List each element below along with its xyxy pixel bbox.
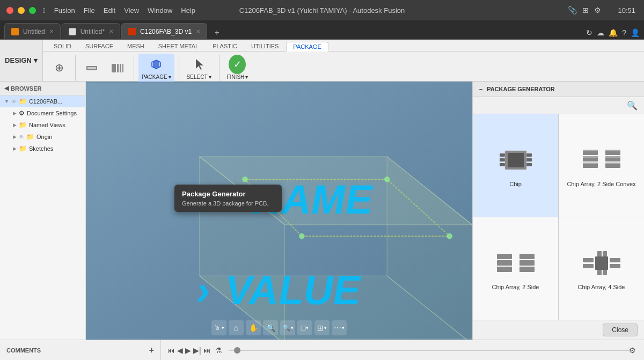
new-tab-button[interactable]: + bbox=[210, 26, 223, 39]
canvas-tool-home[interactable]: ⌂ bbox=[229, 320, 244, 335]
eye-icon-c1206[interactable]: 👁 bbox=[11, 99, 17, 105]
canvas-tool-orbit[interactable]: 🖱 ▾ bbox=[211, 320, 226, 335]
tab-close-1[interactable]: ✕ bbox=[49, 28, 54, 34]
browser-title: BROWSER bbox=[11, 85, 41, 92]
bell-icon[interactable]: 🔔 bbox=[609, 28, 618, 37]
search-icon[interactable]: 🔍 bbox=[627, 100, 638, 111]
tab-plastic[interactable]: PLASTIC bbox=[206, 42, 244, 51]
tab-c1206[interactable]: C1206FAB_3D v1 ✕ bbox=[121, 23, 207, 39]
minimize-button[interactable] bbox=[18, 7, 25, 14]
panel-collapse-icon[interactable]: – bbox=[479, 86, 482, 92]
siri-icon[interactable]: 📎 bbox=[568, 6, 577, 14]
tab-label-2: Untitled* bbox=[80, 28, 105, 35]
svg-rect-29 bbox=[526, 158, 532, 161]
expand-arrow-doc: ▶ bbox=[13, 111, 17, 116]
tab-surface[interactable]: SURFACE bbox=[79, 42, 120, 51]
add-comment-button[interactable]: + bbox=[149, 346, 154, 355]
tab-untitled1[interactable]: Untitled ✕ bbox=[4, 23, 61, 39]
canvas[interactable]: NAME › VALUE › Package Generator Generat… bbox=[86, 82, 472, 340]
timeline-settings-icon[interactable]: ⚙ bbox=[627, 345, 638, 356]
tab-close-3[interactable]: ✕ bbox=[196, 28, 200, 34]
maximize-button[interactable] bbox=[29, 7, 36, 14]
toolbar-tabs: SOLID SURFACE MESH SHEET METAL PLASTIC U… bbox=[43, 40, 644, 81]
sidebar-item-c1206[interactable]: ▼ 👁 📁 C1206FAB... bbox=[0, 95, 85, 107]
svg-rect-28 bbox=[526, 153, 532, 157]
sidebar-item-sketches[interactable]: ▶ 📁 Sketches bbox=[0, 143, 85, 155]
tab-untitled2[interactable]: Untitled* ✕ bbox=[62, 23, 120, 39]
panel-header: – PACKAGE GENERATOR bbox=[473, 82, 644, 97]
close-button[interactable] bbox=[6, 7, 13, 14]
tab-close-2[interactable]: ✕ bbox=[109, 28, 113, 34]
menu-fusion[interactable]: Fusion bbox=[54, 6, 75, 14]
tl-rewind-button[interactable]: ⏮ bbox=[167, 346, 175, 355]
settings-icon[interactable]: ⚙ bbox=[594, 6, 601, 14]
tab-icon-orange bbox=[11, 28, 19, 35]
package-item-chip-array-2-convex[interactable]: Chip Array, 2 Side Convex bbox=[559, 114, 644, 217]
main-area: ◀ BROWSER ▼ 👁 📁 C1206FAB... ▶ ⚙ Document… bbox=[0, 82, 644, 340]
folder-icon-sketches: 📁 bbox=[19, 145, 27, 152]
separator-2 bbox=[134, 55, 134, 82]
layout-icon[interactable]: ⊞ bbox=[582, 6, 589, 14]
move-icon: ⊕ bbox=[50, 60, 68, 77]
title-bar:  Fusion File Edit View Window Help C120… bbox=[0, 0, 644, 20]
tab-package[interactable]: PACKAGE bbox=[286, 42, 328, 52]
separator-1 bbox=[75, 55, 76, 82]
pattern-tool-button[interactable] bbox=[106, 57, 129, 79]
select-label: SELECT ▾ bbox=[187, 74, 211, 80]
package-grid: Chip bbox=[473, 114, 644, 320]
package-button[interactable]: PACKAGE ▾ bbox=[138, 54, 174, 82]
timeline-thumb[interactable] bbox=[234, 347, 240, 354]
user-avatar[interactable]: 👤 bbox=[631, 28, 640, 37]
svg-rect-27 bbox=[500, 163, 505, 166]
tab-utilities[interactable]: UTILITIES bbox=[245, 42, 285, 51]
menu-apple[interactable]:  bbox=[43, 6, 46, 14]
svg-rect-36 bbox=[583, 156, 598, 158]
canvas-tool-zoom-fit[interactable]: 🔍 ▾ bbox=[280, 320, 295, 335]
menu-help[interactable]: Help bbox=[181, 6, 195, 14]
tl-next-button[interactable]: ▶| bbox=[193, 346, 201, 355]
design-button[interactable]: DESIGN ▾ bbox=[0, 40, 43, 81]
sidebar-item-origin[interactable]: ▶ 👁 📁 Origin bbox=[0, 131, 85, 143]
menu-file[interactable]: File bbox=[84, 6, 95, 14]
svg-rect-40 bbox=[605, 150, 620, 151]
menu-window[interactable]: Window bbox=[148, 6, 172, 14]
svg-marker-9 bbox=[196, 59, 203, 70]
tab-solid[interactable]: SOLID bbox=[47, 42, 78, 51]
line-icon bbox=[83, 60, 100, 77]
tab-mesh[interactable]: MESH bbox=[121, 42, 151, 51]
package-item-chip-array-4-side[interactable]: Chip Array, 4 Side bbox=[559, 217, 644, 320]
sidebar-item-doc-settings[interactable]: ▶ ⚙ Document Settings bbox=[0, 107, 85, 119]
eye-icon-origin[interactable]: 👁 bbox=[19, 134, 24, 140]
menu-view[interactable]: View bbox=[124, 6, 139, 14]
package-item-chip[interactable]: Chip bbox=[473, 114, 558, 217]
help-icon[interactable]: ? bbox=[622, 28, 626, 37]
canvas-tool-display[interactable]: □▾ bbox=[297, 320, 312, 335]
timeline-track bbox=[229, 350, 633, 351]
cloud-icon[interactable]: ☁ bbox=[597, 28, 604, 37]
window-controls[interactable] bbox=[6, 7, 36, 14]
svg-rect-44 bbox=[605, 163, 620, 164]
package-item-chip-array-2-side[interactable]: Chip Array, 2 Side bbox=[473, 217, 558, 320]
browser-collapse-icon[interactable]: ◀ bbox=[4, 85, 9, 92]
canvas-tool-pan[interactable]: ✋ bbox=[246, 320, 261, 335]
tl-end-button[interactable]: ⏭ bbox=[203, 346, 211, 355]
canvas-tool-more[interactable]: ⋯▾ bbox=[332, 320, 347, 335]
close-panel-button[interactable]: Close bbox=[603, 324, 638, 336]
sidebar-item-named-views[interactable]: ▶ 📁 Named Views bbox=[0, 119, 85, 131]
menu-edit[interactable]: Edit bbox=[104, 6, 115, 14]
canvas-tool-grid[interactable]: ⊞▾ bbox=[314, 320, 330, 335]
canvas-tool-zoom-in[interactable]: 🔍 bbox=[263, 320, 278, 335]
comments-label: COMMENTS bbox=[6, 347, 41, 354]
toolbar: DESIGN ▾ SOLID SURFACE MESH SHEET METAL … bbox=[0, 40, 644, 82]
finish-button[interactable]: ✓ FINISH ▾ bbox=[224, 54, 252, 82]
line-tool-button[interactable] bbox=[80, 57, 104, 79]
tab-sheet-metal[interactable]: SHEET METAL bbox=[152, 42, 205, 51]
refresh-icon[interactable]: ↻ bbox=[586, 28, 592, 37]
tl-filter-icon[interactable]: ⚗ bbox=[215, 346, 222, 355]
tl-play-button[interactable]: ▶ bbox=[185, 346, 191, 355]
select-button[interactable]: SELECT ▾ bbox=[184, 54, 215, 82]
tl-prev-button[interactable]: ◀ bbox=[177, 346, 183, 355]
chip-array-2-convex-icon bbox=[580, 144, 623, 177]
chip-array-4-side-icon bbox=[580, 247, 623, 280]
move-tool-button[interactable]: ⊕ bbox=[47, 57, 71, 79]
